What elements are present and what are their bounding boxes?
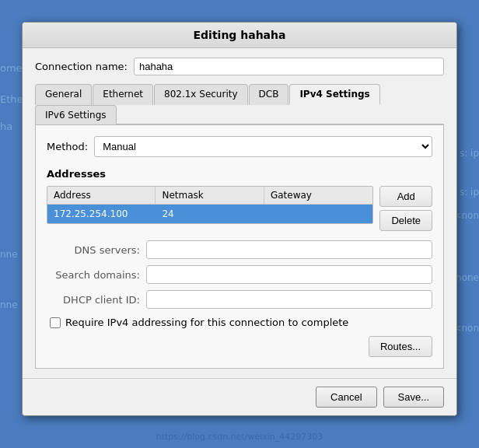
add-button[interactable]: Add [379,186,432,207]
dns-row: DNS servers: [47,240,432,259]
bg-label-1: ome [0,62,23,74]
routes-button[interactable]: Routes... [369,336,432,357]
cell-address: 172.25.254.100 [47,205,156,223]
cell-gateway [264,205,372,223]
dialog-titlebar: Editing hahaha [23,23,456,48]
connection-name-input[interactable] [134,58,444,75]
save-button[interactable]: Save... [383,387,444,408]
search-label: Search domains: [47,269,140,281]
dns-input[interactable] [146,240,432,259]
method-row: Method: Manual Automatic (DHCP) Link-Loc… [47,136,432,157]
checkbox-row: Require IPv4 addressing for this connect… [47,317,432,328]
col-header-address: Address [47,187,156,204]
bg-label-2: Ethe [0,93,23,105]
col-header-gateway: Gateway [264,187,372,204]
dialog-footer: Cancel Save... [23,378,456,415]
dialog: Editing hahaha Connection name: General … [22,22,457,416]
table-buttons: Add Delete [379,186,432,231]
tab-ipv6-settings[interactable]: IPv6 Settings [35,105,117,124]
table-header: Address Netmask Gateway [47,187,372,205]
addresses-table: Address Netmask Gateway 172.25.254.100 2… [47,186,373,224]
dialog-title: Editing hahaha [194,29,286,41]
tab-8021x-security[interactable]: 802.1x Security [154,84,248,105]
bg-label-7: nne [0,249,18,260]
col-header-netmask: Netmask [156,187,264,204]
method-select[interactable]: Manual Automatic (DHCP) Link-Local Only … [94,136,432,157]
dhcp-input[interactable] [146,290,432,309]
cancel-button[interactable]: Cancel [316,387,376,408]
tab-content: Method: Manual Automatic (DHCP) Link-Loc… [35,125,444,369]
method-label: Method: [47,141,88,152]
routes-row: Routes... [47,336,432,357]
bg-label-3: ha [0,121,12,132]
addresses-title: Addresses [47,168,432,180]
connection-name-row: Connection name: [35,58,444,75]
bg-label-5: s: ip [460,187,479,198]
tab-ipv4-settings[interactable]: IPv4 Settings [289,84,379,105]
cell-netmask: 24 [156,205,264,223]
tabs: General Ethernet 802.1x Security DCB IPv… [35,83,444,125]
tab-ethernet[interactable]: Ethernet [93,84,153,105]
bg-label-10: <non [453,323,479,334]
bg-label-4: s: ip [460,148,479,159]
require-ipv4-checkbox[interactable] [50,317,61,328]
dhcp-row: DHCP client ID: [47,290,432,309]
watermark: https://blog.csdn.net/weixin_44297303 [0,432,479,442]
connection-name-label: Connection name: [35,61,128,72]
form-fields: DNS servers: Search domains: DHCP client… [47,240,432,309]
addresses-section: Addresses Address Netmask Gateway 172.25… [47,168,432,231]
search-row: Search domains: [47,265,432,284]
dhcp-label: DHCP client ID: [47,294,140,306]
tab-general[interactable]: General [35,84,92,105]
delete-button[interactable]: Delete [379,210,432,231]
addresses-table-container: Address Netmask Gateway 172.25.254.100 2… [47,186,432,231]
require-ipv4-label: Require IPv4 addressing for this connect… [65,317,348,328]
dialog-body: Connection name: General Ethernet 802.1x… [23,48,456,378]
search-input[interactable] [146,265,432,284]
dns-label: DNS servers: [47,244,140,256]
bg-label-9: nne [0,299,18,310]
tab-dcb[interactable]: DCB [249,84,289,105]
table-row[interactable]: 172.25.254.100 24 [47,205,372,223]
